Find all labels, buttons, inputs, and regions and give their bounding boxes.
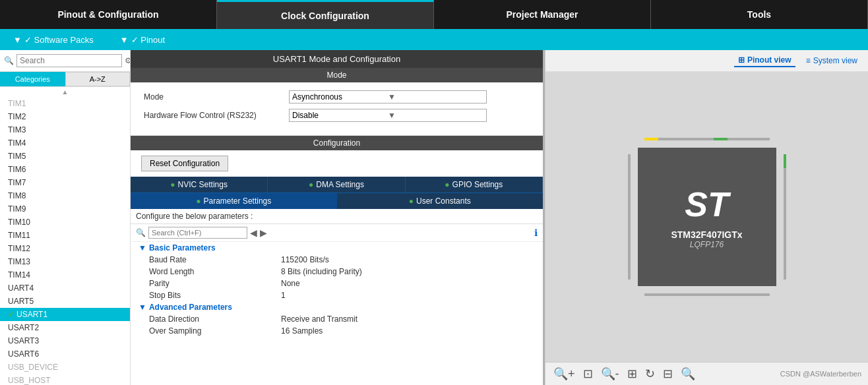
chip-pins-top bbox=[644, 138, 770, 140]
chip-pins-left bbox=[628, 154, 631, 280]
pin-right-3 bbox=[784, 168, 786, 175]
param-data-direction: Data Direction Receive and Transmit bbox=[136, 313, 543, 325]
tab-project-manager[interactable]: Project Manager bbox=[434, 0, 651, 29]
param-word-length: Word Length 8 Bits (including Parity) bbox=[136, 266, 543, 278]
tab-clock-config[interactable]: Clock Configuration bbox=[217, 0, 434, 29]
pin-right-5 bbox=[784, 182, 786, 189]
next-search-button[interactable]: ▶ bbox=[260, 227, 267, 238]
search-button[interactable]: 🔍 bbox=[679, 365, 697, 382]
hardware-flow-select[interactable]: Disable ▼ bbox=[289, 109, 487, 122]
sidebar-item-tim6[interactable]: TIM6 bbox=[0, 163, 130, 176]
sidebar-item-tim13[interactable]: TIM13 bbox=[0, 255, 130, 268]
advanced-params-header[interactable]: ▼ Advanced Parameters bbox=[136, 301, 543, 313]
sidebar-item-tim9[interactable]: TIM9 bbox=[0, 202, 130, 216]
mode-select[interactable]: Asynchronous ▼ bbox=[289, 90, 487, 104]
sidebar-item-tim14[interactable]: TIM14 bbox=[0, 268, 130, 281]
reset-config-button[interactable]: Reset Configuration bbox=[141, 156, 228, 171]
sidebar-item-usb-host[interactable]: USB_HOST bbox=[0, 374, 130, 385]
sidebar-item-tim2[interactable]: TIM2 bbox=[0, 110, 130, 123]
pin-right-9 bbox=[784, 210, 786, 218]
top-navigation: Pinout & Configuration Clock Configurati… bbox=[0, 0, 868, 29]
info-icon[interactable]: ℹ bbox=[534, 227, 538, 238]
sidebar-item-tim10[interactable]: TIM10 bbox=[0, 216, 130, 229]
tab-nvic-settings[interactable]: ● NVIC Settings bbox=[131, 177, 268, 192]
zoom-in-button[interactable]: 🔍+ bbox=[552, 365, 576, 382]
tab-gpio-settings[interactable]: ● GPIO Settings bbox=[406, 177, 543, 192]
pin-left-16 bbox=[628, 258, 631, 266]
rotate-button[interactable]: ↻ bbox=[644, 365, 656, 382]
sidebar-item-usb-device[interactable]: USB_DEVICE bbox=[0, 361, 130, 374]
sidebar-item-usart2[interactable]: USART2 bbox=[0, 321, 130, 334]
pinout-nav[interactable]: ▼ ✓ Pinout bbox=[120, 35, 165, 45]
pin-bot-5 bbox=[672, 293, 679, 296]
tab-user-constants[interactable]: ● User Constants bbox=[337, 193, 543, 209]
tab-pinout-config[interactable]: Pinout & Configuration bbox=[0, 0, 217, 29]
config-tabs-row2: ● Parameter Settings ● User Constants bbox=[131, 192, 543, 209]
layers-button[interactable]: ⊟ bbox=[662, 365, 674, 382]
pin-left-10 bbox=[628, 217, 631, 224]
pin-top-2 bbox=[651, 138, 658, 140]
pin-bot-12 bbox=[721, 293, 728, 296]
pin-bot-8 bbox=[693, 293, 700, 296]
pin-top-10 bbox=[707, 138, 714, 140]
pin-top-16 bbox=[749, 138, 756, 140]
params-search-input[interactable] bbox=[148, 227, 247, 239]
pin-top-8 bbox=[693, 138, 700, 140]
software-packs-nav[interactable]: ▼ ✓ Software Packs bbox=[13, 35, 94, 45]
pin-bot-14 bbox=[735, 293, 742, 296]
pin-left-11 bbox=[628, 224, 631, 231]
mode-label: Mode bbox=[144, 92, 289, 102]
sidebar-item-usart1[interactable]: ✔ USART1 bbox=[0, 308, 130, 321]
pin-right-18 bbox=[784, 273, 786, 280]
basic-params-header[interactable]: ▼ Basic Parameters bbox=[136, 242, 543, 254]
search-icon: 🔍 bbox=[4, 56, 14, 65]
sidebar-item-tim3[interactable]: TIM3 bbox=[0, 123, 130, 136]
check-icon: ● bbox=[445, 180, 449, 189]
pin-top-14 bbox=[735, 138, 742, 140]
sidebar-item-tim4[interactable]: TIM4 bbox=[0, 136, 130, 150]
chip-pins-bottom bbox=[644, 293, 770, 296]
sidebar-item-uart5[interactable]: UART5 bbox=[0, 295, 130, 308]
pin-left-15 bbox=[628, 252, 631, 259]
pin-top-9 bbox=[700, 138, 707, 140]
hardware-flow-row: Hardware Flow Control (RS232) Disable ▼ bbox=[144, 109, 530, 122]
prev-search-button[interactable]: ◀ bbox=[250, 227, 257, 238]
pin-left-17 bbox=[628, 266, 631, 273]
sidebar-list: ▲ TIM1 TIM2 TIM3 TIM4 TIM5 TIM6 TIM7 TIM… bbox=[0, 87, 130, 385]
sidebar-item-tim7[interactable]: TIM7 bbox=[0, 176, 130, 189]
sidebar-item-tim5[interactable]: TIM5 bbox=[0, 150, 130, 163]
tab-pinout-view[interactable]: ⊞ Pinout view bbox=[734, 54, 795, 67]
tab-system-view[interactable]: ≡ System view bbox=[802, 54, 861, 67]
tab-parameter-settings[interactable]: ● Parameter Settings bbox=[131, 193, 337, 209]
pin-left-5 bbox=[628, 182, 631, 189]
content-area: USART1 Mode and Configuration Mode Mode … bbox=[131, 50, 543, 385]
bottom-toolbar: 🔍+ ⊡ 🔍- ⊞ ↻ ⊟ 🔍 CSDN @ASWaterberben bbox=[545, 362, 868, 385]
config-section: Configuration Reset Configuration ● NVIC… bbox=[131, 136, 543, 385]
tab-tools[interactable]: Tools bbox=[651, 0, 868, 29]
pan-button[interactable]: ⊞ bbox=[626, 365, 638, 382]
sidebar-item-tim11[interactable]: TIM11 bbox=[0, 229, 130, 242]
sidebar-tab-categories[interactable]: Categories bbox=[0, 72, 65, 86]
sidebar-item-tim1[interactable]: TIM1 bbox=[0, 97, 130, 110]
pin-right-6 bbox=[784, 189, 786, 196]
settings-icon[interactable]: ⚙ bbox=[125, 56, 131, 65]
right-panel: ⊞ Pinout view ≡ System view bbox=[545, 50, 868, 385]
sidebar-item-usart3[interactable]: USART3 bbox=[0, 334, 130, 347]
advanced-params-group: ▼ Advanced Parameters Data Direction Rec… bbox=[136, 301, 543, 337]
sidebar-item-tim12[interactable]: TIM12 bbox=[0, 242, 130, 255]
search-input[interactable] bbox=[16, 54, 122, 67]
pin-left-12 bbox=[628, 231, 631, 238]
pin-bot-18 bbox=[762, 293, 770, 296]
sidebar-item-usart6[interactable]: USART6 bbox=[0, 347, 130, 361]
zoom-out-button[interactable]: 🔍- bbox=[600, 365, 621, 382]
tab-dma-settings[interactable]: ● DMA Settings bbox=[268, 177, 405, 192]
sidebar-item-uart4[interactable]: UART4 bbox=[0, 281, 130, 295]
chip-pins-right bbox=[784, 154, 786, 280]
pin-left-6 bbox=[628, 189, 631, 196]
fit-button[interactable]: ⊡ bbox=[582, 365, 594, 382]
pin-right-12 bbox=[784, 231, 786, 238]
check-icon: ● bbox=[309, 180, 313, 189]
mode-row: Mode Asynchronous ▼ bbox=[144, 90, 530, 104]
sidebar-tab-az[interactable]: A->Z bbox=[65, 72, 131, 86]
sidebar-item-tim8[interactable]: TIM8 bbox=[0, 189, 130, 202]
